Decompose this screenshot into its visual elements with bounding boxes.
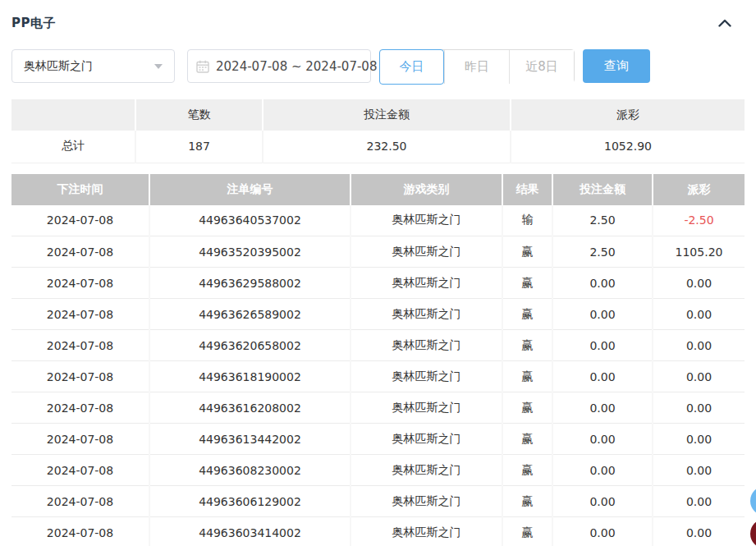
table-cell: 44963629588002	[149, 268, 351, 299]
table-row: 2024-07-0844963613442002奥林匹斯之门赢0.000.00	[11, 424, 745, 455]
table-cell: 2024-07-08	[11, 517, 149, 546]
date-range-picker[interactable]: 2024-07-08 ~ 2024-07-08	[187, 49, 371, 83]
today-button[interactable]: 今日	[379, 49, 444, 85]
table-cell: 44963606129002	[149, 486, 351, 517]
quick-date-group: 今日 昨日 近8日	[379, 49, 575, 83]
table-cell: 奥林匹斯之门	[351, 236, 502, 268]
table-cell: 2024-07-08	[11, 268, 149, 299]
table-cell: 0.00	[552, 517, 653, 546]
table-cell: 奥林匹斯之门	[351, 361, 502, 392]
game-select-value: 奥林匹斯之门	[24, 59, 93, 74]
table-cell: 44963618190002	[149, 361, 351, 392]
table-cell: 44963616208002	[149, 392, 351, 424]
table-cell: 1105.20	[653, 236, 745, 268]
table-cell: 奥林匹斯之门	[351, 486, 502, 517]
table-row: 2024-07-0844963620658002奥林匹斯之门赢0.000.00	[11, 330, 745, 361]
table-cell: 奥林匹斯之门	[351, 299, 502, 330]
chevron-down-icon	[154, 64, 163, 69]
column-header: 投注金额	[263, 99, 511, 131]
column-header: 投注金额	[552, 174, 653, 205]
table-cell: 奥林匹斯之门	[351, 455, 502, 486]
table-cell: 2.50	[552, 236, 653, 268]
table-cell: 0.00	[653, 424, 745, 455]
table-row: 2024-07-0844963629588002奥林匹斯之门赢0.000.00	[11, 268, 745, 299]
table-row: 2024-07-0844963520395002奥林匹斯之门赢2.501105.…	[11, 236, 745, 268]
table-cell: 44963520395002	[149, 236, 351, 268]
table-cell: 赢	[502, 299, 552, 330]
table-cell: 赢	[502, 486, 552, 517]
table-cell: 0.00	[552, 299, 653, 330]
game-select[interactable]: 奥林匹斯之门	[11, 49, 175, 83]
table-cell: 0.00	[653, 455, 745, 486]
table-cell: 44963613442002	[149, 424, 351, 455]
table-cell: 奥林匹斯之门	[351, 205, 502, 236]
table-cell: 0.00	[552, 455, 653, 486]
table-cell: 2.50	[552, 205, 653, 236]
table-cell: -2.50	[653, 205, 745, 236]
table-cell: 2024-07-08	[11, 455, 149, 486]
table-cell: 奥林匹斯之门	[351, 268, 502, 299]
column-header: 游戏类别	[351, 174, 502, 205]
table-cell: 赢	[502, 455, 552, 486]
table-cell: 0.00	[653, 517, 745, 546]
column-header: 下注时间	[11, 174, 149, 205]
table-cell: 44963608230002	[149, 455, 351, 486]
table-cell: 奥林匹斯之门	[351, 424, 502, 455]
table-cell: 2024-07-08	[11, 299, 149, 330]
table-cell: 1052.90	[511, 131, 745, 163]
table-cell: 奥林匹斯之门	[351, 517, 502, 546]
table-cell: 2024-07-08	[11, 486, 149, 517]
query-button[interactable]: 查询	[583, 49, 650, 83]
table-cell: 44963640537002	[149, 205, 351, 236]
table-cell: 赢	[502, 236, 552, 268]
table-cell: 总计	[11, 131, 135, 163]
table-cell: 0.00	[552, 361, 653, 392]
table-cell: 0.00	[552, 392, 653, 424]
table-cell: 2024-07-08	[11, 205, 149, 236]
table-cell: 输	[502, 205, 552, 236]
bet-header-row: 下注时间注单编号游戏类别结果投注金额派彩	[11, 174, 745, 205]
page-title: PP电子	[11, 16, 56, 31]
yesterday-button[interactable]: 昨日	[444, 50, 509, 84]
bet-table: 下注时间注单编号游戏类别结果投注金额派彩 2024-07-08449636405…	[11, 174, 745, 546]
table-cell: 赢	[502, 517, 552, 546]
column-header	[11, 99, 135, 131]
column-header: 笔数	[135, 99, 263, 131]
table-cell: 0.00	[552, 486, 653, 517]
table-cell: 0.00	[552, 424, 653, 455]
table-row: 2024-07-0844963608230002奥林匹斯之门赢0.000.00	[11, 455, 745, 486]
last-8-days-button[interactable]: 近8日	[509, 50, 574, 84]
table-row: 2024-07-0844963618190002奥林匹斯之门赢0.000.00	[11, 361, 745, 392]
table-row: 2024-07-0844963616208002奥林匹斯之门赢0.000.00	[11, 392, 745, 424]
table-cell: 奥林匹斯之门	[351, 330, 502, 361]
table-cell: 0.00	[653, 330, 745, 361]
table-cell: 奥林匹斯之门	[351, 392, 502, 424]
date-range-value: 2024-07-08 ~ 2024-07-08	[216, 59, 377, 74]
column-header: 派彩	[511, 99, 745, 131]
table-row: 总计187232.501052.90	[11, 131, 745, 163]
summary-table: 笔数投注金额派彩 总计187232.501052.90	[11, 99, 745, 163]
column-header: 派彩	[653, 174, 745, 205]
panel-header: PP电子	[11, 15, 745, 31]
table-cell: 2024-07-08	[11, 330, 149, 361]
table-cell: 44963603414002	[149, 517, 351, 546]
table-cell: 2024-07-08	[11, 392, 149, 424]
calendar-icon	[196, 60, 209, 73]
table-cell: 2024-07-08	[11, 361, 149, 392]
table-cell: 赢	[502, 330, 552, 361]
table-cell: 2024-07-08	[11, 424, 149, 455]
table-row: 2024-07-0844963640537002奥林匹斯之门输2.50-2.50	[11, 205, 745, 236]
table-cell: 赢	[502, 392, 552, 424]
table-cell: 2024-07-08	[11, 236, 149, 268]
table-cell: 赢	[502, 268, 552, 299]
table-cell: 0.00	[552, 330, 653, 361]
table-cell: 0.00	[552, 268, 653, 299]
column-header: 注单编号	[149, 174, 351, 205]
column-header: 结果	[502, 174, 552, 205]
table-row: 2024-07-0844963603414002奥林匹斯之门赢0.000.00	[11, 517, 745, 546]
table-row: 2024-07-0844963626589002奥林匹斯之门赢0.000.00	[11, 299, 745, 330]
filter-bar: 奥林匹斯之门 2024-07-08 ~ 2024-07-08	[11, 49, 745, 83]
table-cell: 232.50	[263, 131, 511, 163]
chevron-up-icon[interactable]	[717, 15, 733, 31]
table-row: 2024-07-0844963606129002奥林匹斯之门赢0.000.00	[11, 486, 745, 517]
